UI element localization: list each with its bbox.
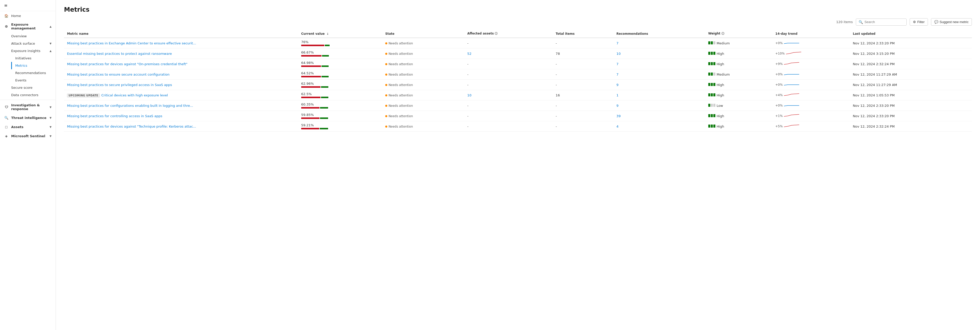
recommendations-link[interactable]: 39: [616, 114, 620, 118]
weight-cell: Low: [705, 100, 772, 111]
metric-name-link[interactable]: Missing best practices for configuration…: [67, 104, 193, 108]
sidebar-item-assets[interactable]: ◻ Assets ▼: [0, 122, 56, 132]
recommendations-link[interactable]: 9: [616, 83, 618, 87]
recommendations-link[interactable]: 4: [616, 125, 618, 129]
state-text: Needs attention: [388, 94, 413, 97]
sidebar-item-data-connectors[interactable]: Data connectors: [7, 91, 56, 99]
table-row[interactable]: Missing best practices for devices again…: [64, 59, 972, 69]
progress-bar: [301, 117, 379, 119]
bar-red: [301, 97, 320, 98]
weight-cell: High: [705, 59, 772, 69]
sentinel-icon: ◈: [4, 134, 9, 138]
hamburger-icon[interactable]: ≡: [4, 3, 7, 8]
sidebar-item-events[interactable]: Events: [11, 76, 56, 84]
table-row[interactable]: UPCOMING UPDATECritical devices with hig…: [64, 90, 972, 100]
state-dot: [385, 73, 387, 76]
metric-name-link[interactable]: Missing best practices for devices again…: [67, 62, 188, 66]
search-box[interactable]: 🔍: [856, 19, 907, 25]
sidebar-item-exposure-insights[interactable]: Exposure insights ▲: [7, 47, 56, 54]
col-current-value[interactable]: Current value ↓: [298, 30, 382, 38]
sidebar-section-exposure-management: Overview Attack surface ▼ Exposure insig…: [0, 32, 56, 99]
affected-assets-cell: -: [464, 121, 553, 132]
state-cell: Needs attention: [382, 59, 464, 69]
affected-assets-cell: 10: [464, 90, 553, 100]
state-text: Needs attention: [388, 104, 413, 108]
trend-value: +1%: [775, 114, 783, 118]
metric-name-link[interactable]: Missing best practices for controlling a…: [67, 114, 162, 118]
sidebar-item-metrics[interactable]: Metrics: [11, 62, 56, 69]
sidebar-item-recommendations[interactable]: Recommendations: [11, 69, 56, 76]
weight-bar: [711, 62, 713, 65]
last-updated-cell: Nov 12, 2024 11:27:29 AM: [850, 79, 972, 90]
table-row[interactable]: Missing best practices to secure privile…: [64, 79, 972, 90]
weight-label: High: [717, 83, 724, 87]
metric-name-link[interactable]: Critical devices with high exposure leve…: [101, 94, 168, 97]
progress-bar: [301, 76, 379, 77]
search-input[interactable]: [864, 20, 904, 24]
sidebar-item-initiatives[interactable]: Initiatives: [11, 54, 56, 62]
threat-icon: 🔍: [4, 116, 9, 120]
metric-name-cell: Missing best practices in Exchange Admin…: [64, 38, 298, 48]
recommendations-cell: 39: [613, 111, 705, 121]
suggest-new-metric-button[interactable]: 💬 Suggest new metric: [931, 18, 972, 25]
table-row[interactable]: Missing best practices in Exchange Admin…: [64, 38, 972, 48]
filter-button[interactable]: ⚙ Filter: [910, 18, 928, 25]
weight-bar: [708, 83, 710, 86]
recommendations-link[interactable]: 1: [616, 94, 618, 97]
bar-red: [301, 55, 321, 57]
sidebar-item-microsoft-sentinel[interactable]: ◈ Microsoft Sentinel ▼: [0, 132, 56, 141]
recommendations-link[interactable]: 9: [616, 104, 618, 108]
table-row[interactable]: Missing best practices to ensure secure …: [64, 69, 972, 79]
metric-name-link[interactable]: Essential missing best practices to prot…: [67, 52, 172, 56]
state-dot: [385, 42, 387, 44]
table-row[interactable]: Missing best practices for controlling a…: [64, 111, 972, 121]
sidebar-item-home[interactable]: 🏠 Home: [0, 11, 56, 20]
bar-green: [320, 117, 328, 119]
metric-name-link[interactable]: Missing best practices to ensure secure …: [67, 73, 169, 76]
current-value-cell: 60.35%: [298, 100, 382, 111]
trend-value: +5%: [775, 125, 783, 128]
metric-name-link[interactable]: Missing best practices in Exchange Admin…: [67, 41, 196, 45]
trend-value: +0%: [775, 73, 783, 76]
sidebar-item-investigation-response[interactable]: 🛡 Investigation & response ▼: [0, 101, 56, 113]
affected-assets-link[interactable]: 52: [467, 52, 472, 56]
weight-bar: [708, 73, 710, 76]
chevron-up-icon: ▲: [49, 49, 52, 52]
affected-assets-link[interactable]: 10: [467, 94, 472, 97]
trend-line: [786, 51, 801, 56]
total-items-cell: 78: [553, 48, 613, 59]
bar-red: [301, 128, 319, 129]
sidebar-item-exposure-management[interactable]: ⊕ Exposure management ▲: [0, 20, 56, 32]
table-row[interactable]: Missing best practices for configuration…: [64, 100, 972, 111]
total-items-cell: -: [553, 121, 613, 132]
weight-cell: High: [705, 90, 772, 100]
table-row[interactable]: Missing best practices for devices again…: [64, 121, 972, 132]
sidebar-item-secure-score[interactable]: Secure score: [7, 84, 56, 91]
content-area: Metrics 120 items 🔍 ⚙ Filter 💬 Suggest n…: [56, 0, 980, 330]
progress-bar: [301, 128, 379, 129]
metric-name-cell: Missing best practices to secure privile…: [64, 79, 298, 90]
chevron-down-icon: ▼: [49, 116, 52, 119]
state-dot: [385, 105, 387, 107]
recommendations-link[interactable]: 7: [616, 41, 618, 45]
affected-assets-cell: -: [464, 79, 553, 90]
metric-name-link[interactable]: Missing best practices to secure privile…: [67, 83, 172, 87]
metric-name-cell: Missing best practices for devices again…: [64, 121, 298, 132]
current-value-text: 76%: [301, 40, 379, 44]
recommendations-link[interactable]: 10: [616, 52, 620, 56]
chevron-down-icon: ▼: [49, 42, 52, 45]
last-updated-cell: Nov 12, 2024 2:33:20 PM: [850, 111, 972, 121]
state-cell: Needs attention: [382, 38, 464, 48]
current-value-text: 62.5%: [301, 92, 379, 96]
bar-red: [301, 76, 321, 77]
recommendations-link[interactable]: 7: [616, 73, 618, 76]
metric-name-link[interactable]: Missing best practices for devices again…: [67, 125, 196, 129]
table-row[interactable]: Essential missing best practices to prot…: [64, 48, 972, 59]
progress-bar: [301, 97, 379, 98]
recommendations-link[interactable]: 7: [616, 62, 618, 66]
sidebar-item-attack-surface[interactable]: Attack surface ▼: [7, 40, 56, 47]
trend-line: [784, 72, 799, 76]
affected-assets-cell: -: [464, 59, 553, 69]
sidebar-item-threat-intelligence[interactable]: 🔍 Threat intelligence ▼: [0, 113, 56, 122]
sidebar-item-overview[interactable]: Overview: [7, 32, 56, 40]
